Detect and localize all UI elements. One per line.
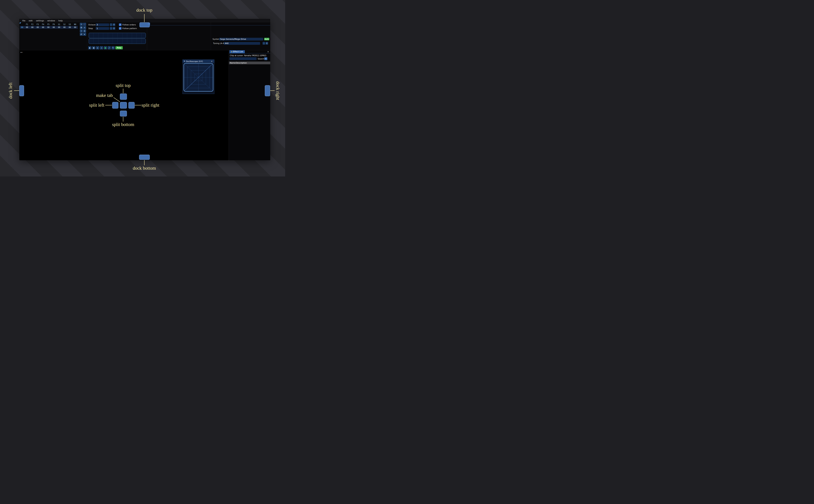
expand-channels-button[interactable]: ++: [20, 51, 22, 53]
dock-target-right[interactable]: [265, 85, 270, 96]
order-row-index[interactable]: 00: [20, 26, 24, 28]
system-row: System Sega Genesis/Mega Drive Auto: [211, 38, 270, 41]
close-icon[interactable]: ×: [267, 50, 269, 53]
octave-increase-button[interactable]: +: [113, 23, 115, 26]
order-cell[interactable]: 00: [35, 26, 40, 28]
order-cell[interactable]: 00: [30, 26, 35, 28]
instruments-tabbar: ▼: [147, 22, 211, 25]
oscilloscope-title: Oscilloscope (X-Y): [186, 60, 203, 62]
oscilloscope-window[interactable]: ▼ Oscilloscope (X-Y) ×: [182, 60, 214, 94]
order-column-f6: F6: [51, 23, 56, 25]
remove-order-button[interactable]: −: [83, 23, 86, 26]
split-target-right[interactable]: [128, 102, 135, 109]
duplicate-order-to-end-button[interactable]: ⇊: [83, 29, 86, 32]
collapse-icon[interactable]: ▼: [184, 60, 185, 62]
menu-item-file[interactable]: file: [21, 20, 27, 22]
annotation-line-split-left: [105, 105, 112, 105]
annotation-line-dock-left: [14, 90, 19, 91]
follow-pattern-checkbox[interactable]: ✓: [119, 27, 121, 30]
move-order-down-button[interactable]: ∨: [80, 29, 83, 32]
annotation-line-dock-top: [144, 14, 144, 22]
order-cell[interactable]: 00: [56, 26, 62, 28]
effect-list-menu-button[interactable]: ≡: [264, 57, 267, 60]
order-cell[interactable]: 00: [72, 26, 78, 28]
desktop-background: fileeditsettingswindowhelp F1F2F3F4F5F6S…: [0, 0, 285, 176]
oscilloscope-titlebar[interactable]: ▼ Oscilloscope (X-Y) ×: [183, 60, 214, 63]
dock-target-top[interactable]: [139, 22, 150, 27]
order-cell[interactable]: 00: [67, 26, 72, 28]
change-all-orders-button[interactable]: ⇄: [80, 33, 83, 36]
step-increase-button[interactable]: +: [113, 27, 115, 30]
order-cell[interactable]: 00: [40, 26, 46, 28]
tuning-label: Tuning (A-4): [213, 42, 225, 44]
effect-list-tabbar: ▼Effect List ×: [229, 50, 270, 53]
tuning-row: Tuning (A-4) 440 - +: [211, 42, 270, 45]
tuning-increase-button[interactable]: +: [266, 42, 268, 45]
annotation-line-dock-right: [270, 90, 275, 91]
menu-item-edit[interactable]: edit: [27, 20, 34, 22]
octave-label: Octave: [88, 24, 96, 26]
orders-row[interactable]: 0000000000000000000000: [20, 26, 78, 29]
make-tab-target[interactable]: [120, 102, 127, 109]
chip-at-cursor-text: Chip at cursor: Yamaha YM2612 (OPN2): [230, 55, 266, 57]
menu-item-settings[interactable]: settings: [34, 20, 46, 22]
close-icon[interactable]: ×: [210, 60, 213, 63]
order-column-f3: F3: [35, 23, 40, 25]
follow-orders-label: Follow orders: [122, 24, 136, 26]
metronome-button[interactable]: ♪: [108, 46, 111, 49]
collapse-icon: ▼: [231, 51, 232, 53]
effect-table-header: Name Description: [229, 62, 270, 64]
edit-toggle-button[interactable]: ●: [104, 46, 107, 49]
repeat-pattern-button[interactable]: ↻: [111, 46, 115, 49]
order-cell[interactable]: 00: [46, 26, 51, 28]
order-edit-mode-button[interactable]: ▸: [83, 33, 86, 36]
split-target-top[interactable]: [120, 94, 127, 100]
play-repeat-button[interactable]: ◉: [92, 46, 95, 49]
octave-decrease-button[interactable]: -: [110, 23, 112, 26]
effect-search-input[interactable]: [229, 57, 256, 60]
play-button[interactable]: ▶: [88, 46, 91, 49]
poly-button[interactable]: Poly: [115, 46, 123, 49]
order-column-s2: S2: [62, 23, 67, 25]
step-one-row-button[interactable]: ▸: [96, 46, 99, 49]
instruments-panel: ▼: [147, 22, 211, 50]
stop-button[interactable]: ↓: [100, 46, 103, 49]
order-cell[interactable]: 00: [51, 26, 56, 28]
add-order-button[interactable]: +: [80, 23, 83, 26]
oscilloscope-display: [183, 63, 213, 93]
step-input[interactable]: 1: [96, 27, 109, 30]
order-index-column: [20, 23, 24, 25]
annotation-split-bottom: split bottom: [112, 122, 134, 127]
follow-orders-checkbox[interactable]: ✓: [119, 23, 121, 26]
system-value[interactable]: Sega Genesis/Mega Drive: [219, 38, 263, 41]
menu-item-window[interactable]: window: [46, 20, 57, 22]
order-cell[interactable]: 00: [24, 26, 30, 28]
split-target-left[interactable]: [112, 102, 118, 109]
order-column-f2: F2: [30, 23, 35, 25]
system-label: System: [212, 38, 220, 40]
duplicate-order-button[interactable]: ⊞: [80, 26, 83, 29]
annotation-line-split-top: [123, 89, 123, 93]
tuning-decrease-button[interactable]: -: [263, 42, 265, 45]
move-order-up-button[interactable]: ∧: [83, 26, 86, 29]
split-target-bottom[interactable]: [120, 111, 127, 116]
tab-effect-list[interactable]: ▼Effect List: [229, 50, 245, 53]
annotation-split-right: split right: [142, 103, 159, 108]
octave-input[interactable]: 3: [96, 23, 109, 26]
menu-bar: fileeditsettingswindowhelp: [20, 19, 270, 22]
search-label: Search: [258, 58, 265, 60]
piano-keyboard-upper[interactable]: [89, 33, 146, 38]
dock-target-left[interactable]: [19, 85, 24, 96]
play-controls-panel: Octave 3 - + ✓ Follow orders Step 1 - + …: [87, 22, 147, 50]
tuning-input[interactable]: 440: [224, 42, 260, 45]
auto-system-button[interactable]: Auto: [264, 38, 269, 40]
description-column-header: Description: [236, 62, 247, 64]
dock-target-bottom[interactable]: [139, 155, 150, 160]
menu-item-help[interactable]: help: [57, 20, 64, 22]
step-decrease-button[interactable]: -: [110, 27, 112, 30]
annotation-dock-top: dock top: [136, 8, 152, 13]
name-column-header: Name: [230, 62, 235, 64]
order-cell[interactable]: 00: [62, 26, 67, 28]
piano-keyboard-lower[interactable]: [89, 39, 146, 44]
check-icon: ✓: [119, 24, 121, 26]
